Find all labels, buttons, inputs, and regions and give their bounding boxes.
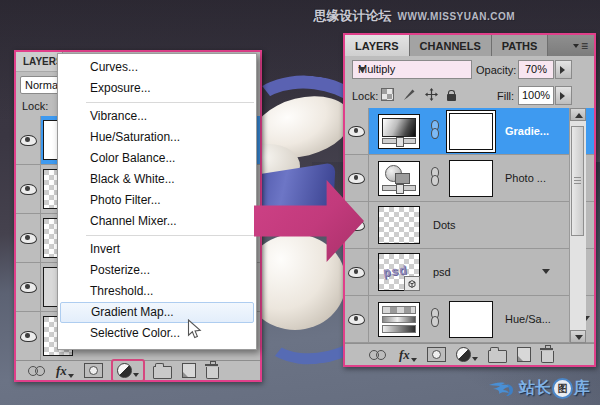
lock-transparency-icon[interactable] (381, 88, 394, 101)
visibility-toggle[interactable] (345, 108, 369, 154)
layer-mask-thumbnail[interactable] (449, 113, 493, 150)
visibility-toggle[interactable] (16, 263, 41, 311)
visibility-toggle[interactable] (345, 155, 369, 201)
panel-bottom-bar-right: fx (345, 343, 594, 365)
new-layer-icon[interactable] (182, 363, 196, 378)
layers-panel-right: LAYERS CHANNELS PATHS ≡ Multiply Opacity… (343, 33, 596, 367)
layer-row-photo-filter[interactable]: Photo ... (345, 155, 594, 202)
scroll-down-button[interactable] (570, 330, 586, 343)
menu-item-vibrance[interactable]: Vibrance... (58, 106, 256, 127)
layer-name[interactable]: Photo ... (505, 172, 546, 184)
hue-saturation-thumbnail[interactable] (378, 302, 420, 337)
new-group-icon[interactable] (153, 366, 172, 379)
menu-item-exposure[interactable]: Exposure... (58, 78, 256, 99)
chevron-down-icon (472, 357, 478, 361)
menu-separator (86, 102, 254, 103)
delete-layer-icon[interactable] (541, 351, 554, 363)
gradient-map-thumbnail[interactable] (378, 114, 420, 149)
eye-icon (20, 282, 37, 293)
watermark-site-url: WWW.MISSYUAN.COM (398, 11, 515, 22)
adjustment-button-highlight[interactable] (111, 359, 145, 382)
eye-icon (348, 314, 365, 325)
watermark-site-name: 思缘设计论坛 (314, 7, 392, 25)
opacity-label: Opacity: (476, 64, 516, 76)
layer-mask-thumbnail[interactable] (449, 160, 493, 197)
new-layer-icon[interactable] (517, 347, 531, 362)
visibility-toggle[interactable] (16, 214, 41, 262)
layer-style-button[interactable]: fx (399, 347, 417, 363)
eye-icon (20, 135, 37, 146)
menu-item-invert[interactable]: Invert (58, 239, 256, 260)
new-group-icon[interactable] (488, 350, 507, 363)
tab-channels[interactable]: CHANNELS (410, 35, 492, 56)
menu-item-gradient-map[interactable]: Gradient Map... (60, 302, 254, 323)
tab-layers-left[interactable]: LAYERS (16, 52, 63, 72)
fill-label: Fill: (497, 90, 514, 102)
menu-item-threshold[interactable]: Threshold... (58, 281, 256, 302)
menu-item-posterize[interactable]: Posterize... (58, 260, 256, 281)
visibility-toggle[interactable] (16, 116, 41, 164)
fx-icon: fx (399, 347, 410, 363)
adjustment-layer-icon (456, 347, 471, 362)
link-layers-icon[interactable] (28, 366, 46, 375)
blend-mode-select[interactable]: Multiply (352, 60, 472, 79)
gradient-swatch (382, 118, 416, 137)
eye-icon (348, 173, 365, 184)
menu-item-hue-saturation[interactable]: Hue/Saturation... (58, 127, 256, 148)
tab-layers[interactable]: LAYERS (345, 35, 410, 56)
opacity-value: 70% (519, 63, 553, 75)
fill-spinner-button[interactable] (555, 86, 572, 105)
menu-item-photo-filter[interactable]: Photo Filter... (58, 190, 256, 211)
menu-item-selective-color[interactable]: Selective Color... (58, 323, 256, 344)
layer-list-scrollbar[interactable] (569, 108, 586, 343)
opacity-spinner-button[interactable] (555, 60, 572, 79)
layer-name[interactable]: Gradie... (505, 125, 549, 137)
layer-name[interactable]: Dots (433, 219, 456, 231)
add-mask-icon[interactable] (84, 363, 103, 378)
fill-value-field[interactable]: 100% (518, 86, 554, 105)
visibility-toggle[interactable] (345, 296, 369, 342)
smart-object-thumbnail[interactable]: psd (378, 253, 420, 291)
menu-lines-icon: ≡ (581, 39, 588, 53)
menu-item-color-balance[interactable]: Color Balance... (58, 148, 256, 169)
layer-name[interactable]: Hue/Sa... (505, 313, 551, 325)
delete-layer-icon[interactable] (206, 367, 219, 379)
layer-style-button[interactable]: fx (56, 363, 74, 379)
adjustment-slider-glyph (382, 185, 416, 191)
menu-item-black-white[interactable]: Black & White... (58, 169, 256, 190)
lock-label-left: Lock: (22, 100, 48, 112)
logo-text-prefix: 站长 (519, 378, 551, 399)
scroll-up-button[interactable] (570, 108, 586, 121)
scrollbar-thumb[interactable] (571, 126, 584, 236)
layer-name[interactable]: psd (433, 266, 451, 278)
layer-mask-thumbnail[interactable] (449, 301, 493, 338)
chevron-down-icon (573, 44, 579, 48)
lock-all-icon[interactable] (447, 94, 456, 101)
smart-object-badge-icon (404, 276, 420, 291)
panel-menu-button[interactable]: ≡ (573, 35, 594, 56)
layer-row-gradient-map[interactable]: Gradie... (345, 108, 594, 155)
tab-paths[interactable]: PATHS (492, 35, 549, 56)
menu-separator (86, 235, 254, 236)
visibility-toggle[interactable] (16, 165, 41, 213)
chevron-down-icon (68, 374, 74, 378)
layer-thumbnail[interactable] (378, 206, 420, 244)
lock-move-icon[interactable] (425, 88, 438, 101)
lock-paint-brush-icon[interactable] (403, 88, 416, 101)
menu-item-curves[interactable]: Curves... (58, 57, 256, 78)
visibility-toggle[interactable] (345, 249, 369, 295)
layer-effects-expander-icon[interactable] (542, 269, 550, 274)
adjustment-layer-button[interactable] (456, 347, 478, 362)
menu-item-channel-mixer[interactable]: Channel Mixer... (58, 211, 256, 232)
scrollbar-grip (574, 177, 581, 185)
photo-filter-thumbnail[interactable] (378, 161, 420, 196)
adjustment-layer-menu: Curves... Exposure... Vibrance... Hue/Sa… (57, 53, 257, 350)
opacity-value-field[interactable]: 70% (518, 60, 554, 79)
layer-row-hue-saturation[interactable]: Hue/Sa... (345, 296, 594, 343)
add-mask-icon[interactable] (427, 347, 446, 362)
visibility-toggle[interactable] (16, 312, 41, 360)
link-layers-icon[interactable] (369, 350, 387, 359)
layer-row-dots[interactable]: Dots (345, 202, 594, 249)
fill-value: 100% (519, 89, 553, 101)
layer-row-psd[interactable]: psd psd (345, 249, 594, 296)
